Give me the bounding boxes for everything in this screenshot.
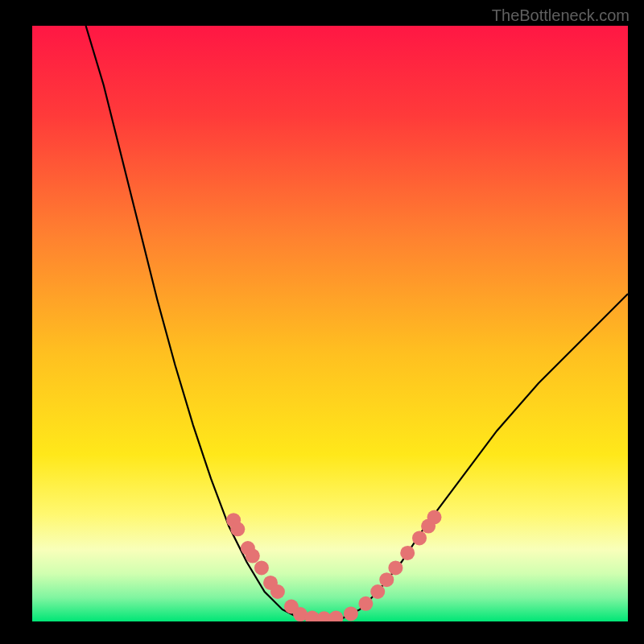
data-marker [230,522,245,536]
chart-svg [32,26,628,621]
data-marker [270,584,285,599]
data-marker [358,597,373,611]
data-marker [370,584,385,599]
data-marker [388,560,402,575]
chart-plot-area [32,26,628,621]
gradient-background [32,26,628,621]
data-marker [254,560,269,575]
data-marker [344,606,358,621]
data-marker [400,546,415,560]
data-marker [427,510,442,525]
data-marker [379,572,394,587]
data-marker [246,549,260,564]
watermark-text: TheBottleneck.com [492,6,630,25]
data-marker [412,530,427,545]
